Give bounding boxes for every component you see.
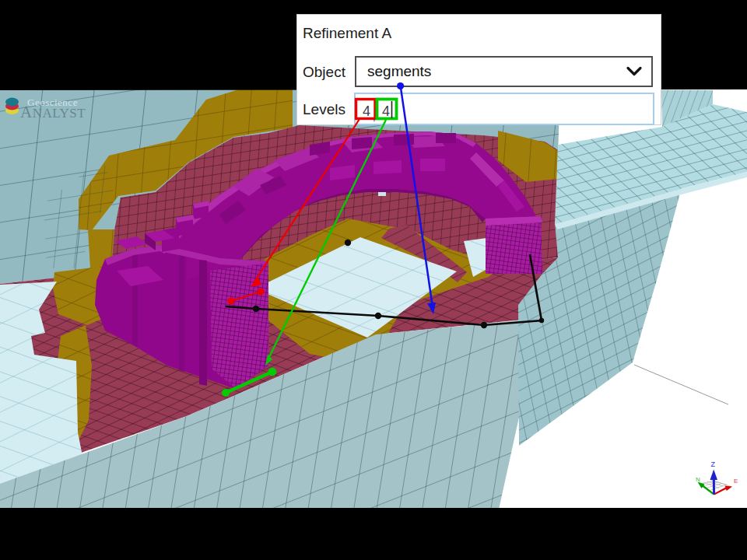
svg-text:Z: Z bbox=[711, 460, 716, 468]
svg-text:N: N bbox=[696, 476, 700, 483]
svg-text:E: E bbox=[734, 478, 738, 485]
